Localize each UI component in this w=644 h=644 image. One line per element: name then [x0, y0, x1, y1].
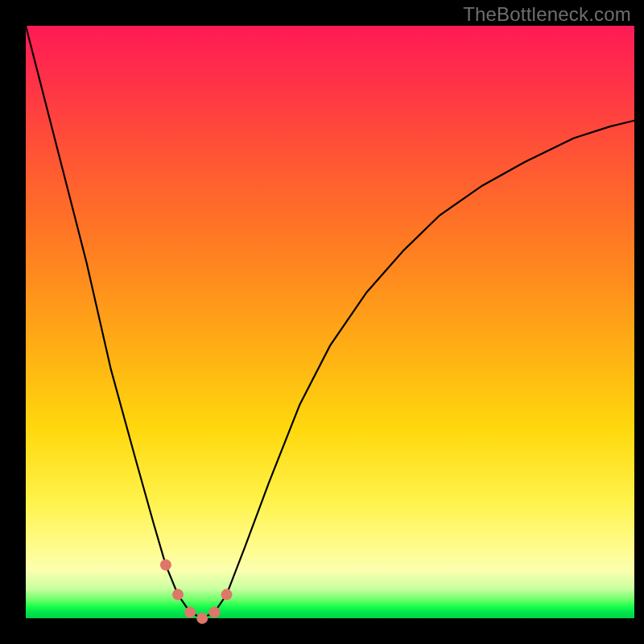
marker-dot [221, 589, 233, 601]
curve-path [26, 26, 634, 618]
marker-dot [172, 589, 184, 601]
marker-dot [160, 559, 171, 571]
marker-dot [196, 613, 208, 624]
marker-dot [208, 607, 220, 618]
marker-dot [184, 607, 196, 618]
chart-frame: TheBottleneck.com [0, 0, 644, 644]
watermark-text: TheBottleneck.com [463, 3, 631, 26]
plot-area [26, 26, 634, 618]
bottleneck-curve [26, 26, 634, 618]
